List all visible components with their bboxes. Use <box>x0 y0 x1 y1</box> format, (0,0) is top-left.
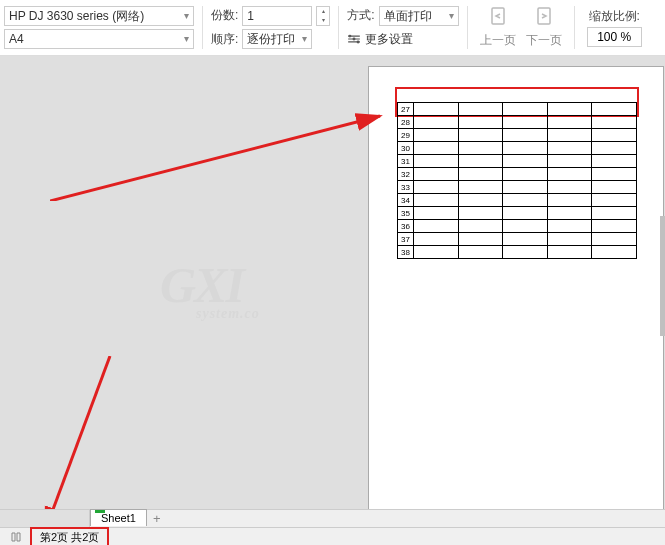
duplex-select[interactable]: 单面打印 ▾ <box>379 6 459 26</box>
copies-value: 1 <box>247 7 254 25</box>
print-toolbar: HP DJ 3630 series (网络) ▾ A4 ▾ 份数: 1 ▴ ▾ … <box>0 0 665 56</box>
table-cell <box>414 246 459 259</box>
table-cell <box>458 181 503 194</box>
table-cell <box>592 129 637 142</box>
book-icon <box>10 531 22 543</box>
table-cell <box>547 142 592 155</box>
zoom-value: 100 % <box>597 30 631 44</box>
separator <box>467 6 468 49</box>
order-value: 逐份打印 <box>247 30 295 48</box>
copies-label: 份数: <box>211 7 238 24</box>
table-cell <box>458 103 503 116</box>
chevron-up-icon: ▴ <box>317 7 329 16</box>
chevron-down-icon: ▾ <box>449 7 454 25</box>
add-sheet-button[interactable]: + <box>147 511 167 526</box>
separator <box>202 6 203 49</box>
row-number-cell: 35 <box>398 207 414 220</box>
svg-line-6 <box>45 356 110 509</box>
table-cell <box>414 194 459 207</box>
prev-page-label: 上一页 <box>480 32 516 49</box>
order-select[interactable]: 逐份打印 ▾ <box>242 29 312 49</box>
row-number-cell: 30 <box>398 142 414 155</box>
order-label: 顺序: <box>211 31 238 48</box>
zoom-input[interactable]: 100 % <box>587 27 642 47</box>
table-cell <box>458 220 503 233</box>
table-cell <box>503 246 548 259</box>
table-cell <box>547 181 592 194</box>
table-cell <box>547 168 592 181</box>
row-number-cell: 36 <box>398 220 414 233</box>
prev-page-button[interactable]: 上一页 <box>480 6 516 49</box>
sheet-tab-bar: Sheet1 + <box>0 509 665 527</box>
tab-nav-area[interactable] <box>0 510 90 527</box>
page-next-icon <box>534 6 554 30</box>
table-cell <box>458 207 503 220</box>
table-cell <box>547 129 592 142</box>
table-cell <box>503 155 548 168</box>
table-cell <box>592 142 637 155</box>
more-settings-button[interactable]: 更多设置 <box>347 28 458 50</box>
annotation-arrow <box>40 356 120 509</box>
separator <box>574 6 575 49</box>
table-cell <box>547 103 592 116</box>
zoom-label: 缩放比例: <box>589 8 640 25</box>
plus-icon: + <box>153 511 161 526</box>
table-cell <box>503 207 548 220</box>
table-cell <box>547 246 592 259</box>
table-cell <box>503 194 548 207</box>
table-cell <box>503 168 548 181</box>
table-cell <box>592 155 637 168</box>
printer-select[interactable]: HP DJ 3630 series (网络) ▾ <box>4 6 194 26</box>
table-cell <box>414 207 459 220</box>
table-cell <box>592 103 637 116</box>
sheet-tab-label: Sheet1 <box>101 512 136 524</box>
table-cell <box>414 233 459 246</box>
page-status-highlight: 第2页 共2页 <box>30 527 109 545</box>
table-cell <box>414 181 459 194</box>
chevron-down-icon: ▾ <box>184 7 189 25</box>
table-cell <box>414 142 459 155</box>
table-cell <box>547 233 592 246</box>
copies-spinner[interactable]: ▴ ▾ <box>316 6 330 26</box>
printer-value: HP DJ 3630 series (网络) <box>9 7 144 25</box>
scrollbar-thumb[interactable] <box>660 216 665 336</box>
table-cell <box>458 194 503 207</box>
duplex-label: 方式: <box>347 7 374 24</box>
watermark-sub: system.co <box>196 306 260 322</box>
svg-rect-3 <box>492 8 504 24</box>
more-settings-label: 更多设置 <box>365 31 413 48</box>
paper-size-select[interactable]: A4 ▾ <box>4 29 194 49</box>
table-cell <box>503 103 548 116</box>
table-cell <box>547 116 592 129</box>
svg-line-5 <box>50 116 380 201</box>
table-cell <box>458 155 503 168</box>
preview-page: 272829303132333435363738 <box>368 66 664 509</box>
table-cell <box>414 155 459 168</box>
next-page-button[interactable]: 下一页 <box>526 6 562 49</box>
table-cell <box>414 220 459 233</box>
next-page-label: 下一页 <box>526 32 562 49</box>
table-cell <box>414 168 459 181</box>
row-number-cell: 29 <box>398 129 414 142</box>
table-cell <box>503 233 548 246</box>
table-cell <box>503 220 548 233</box>
page-status-text: 第2页 共2页 <box>40 530 99 545</box>
table-cell <box>458 233 503 246</box>
separator <box>338 6 339 49</box>
preview-table: 272829303132333435363738 <box>397 102 637 259</box>
table-cell <box>414 116 459 129</box>
svg-rect-4 <box>538 8 550 24</box>
watermark: GXI system.co <box>160 256 260 322</box>
watermark-main: GXI <box>160 257 243 313</box>
sheet-tab[interactable]: Sheet1 <box>90 509 147 526</box>
table-cell <box>592 246 637 259</box>
row-number-cell: 33 <box>398 181 414 194</box>
page-prev-icon <box>488 6 508 30</box>
row-number-cell: 31 <box>398 155 414 168</box>
chevron-down-icon: ▾ <box>317 16 329 25</box>
table-cell <box>458 246 503 259</box>
table-cell <box>592 220 637 233</box>
copies-input[interactable]: 1 <box>242 6 312 26</box>
table-cell <box>592 181 637 194</box>
row-number-cell: 34 <box>398 194 414 207</box>
